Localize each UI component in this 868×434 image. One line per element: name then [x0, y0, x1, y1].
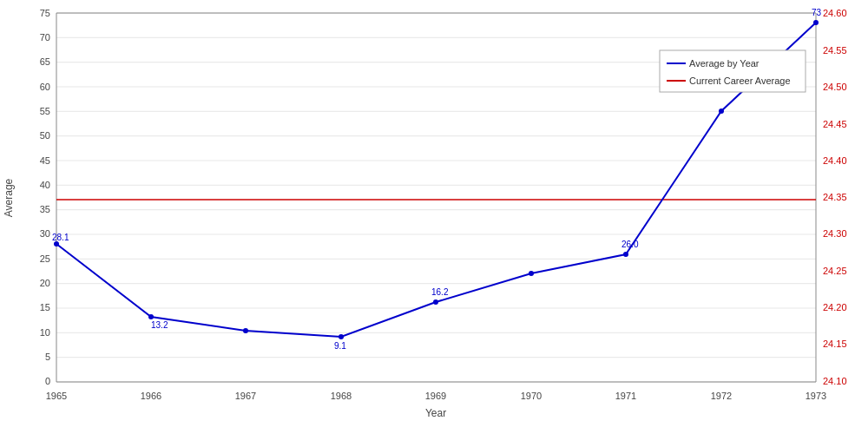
y-axis-label-65: 65: [40, 56, 50, 67]
main-chart: 0 5 10 15 20 25 30 35 40 45 50 55 60 65 …: [0, 0, 868, 434]
y-axis-label-50: 50: [40, 130, 50, 141]
data-point-1971: [623, 252, 628, 257]
y-axis-label-70: 70: [40, 32, 50, 43]
right-axis-label-24.40: 24.40: [823, 155, 847, 166]
data-point-1967: [243, 328, 248, 333]
x-axis-label-1973: 1973: [806, 391, 826, 401]
data-point-1970: [529, 271, 534, 276]
right-axis-label-24.20: 24.20: [823, 302, 847, 312]
data-label-1969: 16.2: [431, 287, 449, 297]
right-axis-label-24.45: 24.45: [823, 119, 847, 129]
x-axis-label-1971: 1971: [615, 391, 636, 401]
x-axis-label-1970: 1970: [521, 391, 542, 401]
y-axis-label-30: 30: [40, 228, 50, 239]
right-axis-label-24.50: 24.50: [823, 82, 847, 92]
right-axis-label-24.10: 24.10: [823, 376, 847, 386]
right-axis-label-24.30: 24.30: [823, 228, 847, 239]
data-point-1973: [813, 20, 819, 25]
y-axis-label-20: 20: [40, 278, 50, 288]
x-axis-label-1969: 1969: [425, 391, 446, 401]
data-point-1969: [433, 299, 438, 305]
data-label-1971: 26.0: [621, 240, 639, 249]
y-axis-label-5: 5: [45, 352, 50, 362]
x-axis-label-1967: 1967: [235, 391, 256, 401]
data-point-1968: [339, 334, 344, 339]
x-axis-label-1968: 1968: [331, 391, 352, 401]
data-label-1968: 9.1: [334, 341, 346, 351]
y-axis-label-0: 0: [45, 376, 50, 386]
legend-label-2: Current Career Average: [689, 76, 791, 86]
data-point-1966: [148, 314, 154, 319]
y-axis-label-10: 10: [40, 327, 50, 338]
left-axis-title: Average: [3, 178, 15, 217]
y-axis-label-40: 40: [40, 180, 50, 190]
legend-label-1: Average by Year: [689, 58, 760, 69]
y-axis-label-45: 45: [40, 155, 50, 166]
right-axis-label-24.25: 24.25: [823, 266, 847, 276]
data-label-1965: 28.1: [52, 233, 69, 242]
data-label-1973: 73: [812, 8, 822, 17]
data-point-1972: [719, 108, 724, 114]
y-axis-label-75: 75: [40, 8, 50, 18]
right-axis-label-24.15: 24.15: [823, 339, 847, 349]
y-axis-label-60: 60: [40, 82, 50, 92]
right-axis-label-24.60: 24.60: [823, 8, 847, 18]
x-axis-label-1966: 1966: [141, 391, 161, 401]
right-axis-label-24.35: 24.35: [823, 192, 847, 202]
y-axis-label-15: 15: [40, 302, 50, 312]
right-axis-label-24.55: 24.55: [823, 45, 847, 56]
x-axis-title: Year: [425, 407, 446, 419]
data-label-1966: 13.2: [151, 320, 168, 330]
y-axis-label-55: 55: [40, 106, 50, 116]
x-axis-label-1972: 1972: [711, 391, 732, 401]
y-axis-label-35: 35: [40, 204, 50, 214]
x-axis-label-1965: 1965: [46, 391, 67, 401]
y-axis-label-25: 25: [40, 253, 50, 264]
chart-container: 0 5 10 15 20 25 30 35 40 45 50 55 60 65 …: [0, 0, 868, 434]
